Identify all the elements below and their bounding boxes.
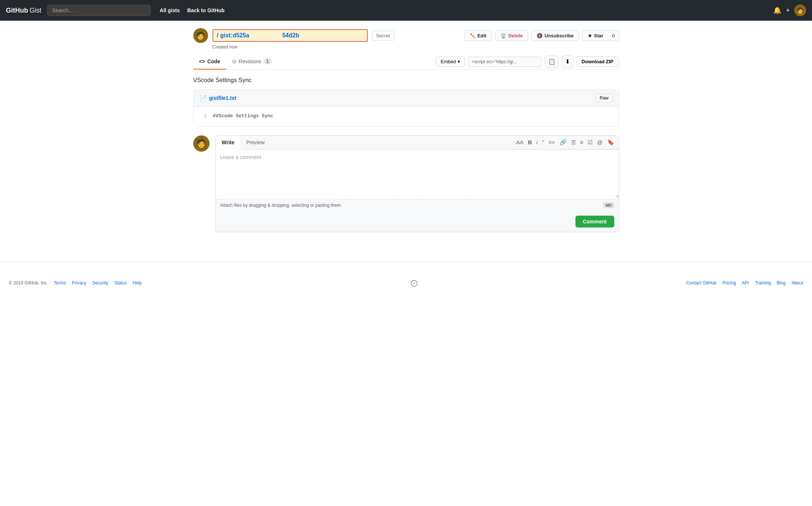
footer-about-link[interactable]: About (792, 280, 803, 286)
gist-title-input[interactable] (213, 29, 368, 42)
plus-icon: + (786, 7, 790, 14)
pencil-icon: ✏️ (470, 33, 476, 38)
comment-box: Write Preview AA B i " <> 🔗 ☰ ≡ ☑ @ 🔖 (215, 135, 619, 232)
footer-left: © 2019 GitHub, Inc. Terms Privacy Securi… (9, 280, 142, 286)
gist-text: Gist (30, 7, 41, 14)
search-input[interactable] (47, 5, 151, 16)
footer-help-link[interactable]: Help (133, 280, 142, 286)
comment-actions: Comment (216, 211, 619, 232)
quote-button[interactable]: " (542, 139, 544, 146)
code-button[interactable]: <> (548, 139, 555, 146)
octocat-icon: ⊙ (410, 277, 418, 289)
bold-button[interactable]: B (528, 139, 532, 146)
footer-contact-link[interactable]: Contact GitHub (686, 280, 717, 286)
copyright-text: © 2019 GitHub, Inc. (9, 280, 48, 286)
tab-code[interactable]: <> Code (193, 54, 226, 70)
comment-toolbar: AA B i " <> 🔗 ☰ ≡ ☑ @ 🔖 (512, 136, 618, 149)
italic-button[interactable]: i (536, 139, 537, 146)
file-header: 📄 gistfile1.txt Raw (194, 90, 619, 107)
github-text: GitHub (6, 7, 28, 14)
bookmark-button[interactable]: 🔖 (607, 139, 614, 146)
footer-blog-link[interactable]: Blog (777, 280, 786, 286)
download-zip-button[interactable]: Download ZIP (576, 56, 619, 67)
attachment-text: Attach files by dragging & dropping, sel… (220, 203, 342, 208)
footer-center: ⊙ (410, 277, 418, 289)
star-count: 0 (608, 30, 619, 41)
revisions-tab-icon: ⊙ (232, 58, 237, 64)
footer-training-link[interactable]: Training (755, 280, 771, 286)
preview-tab[interactable]: Preview (240, 136, 271, 149)
file-name: 📄 gistfile1.txt (200, 95, 237, 102)
code-tab-icon: <> (199, 58, 205, 64)
footer-api-link[interactable]: API (742, 280, 749, 286)
download-icon-button[interactable]: ⬇ (562, 55, 573, 68)
github-gist-logo[interactable]: GitHub Gist (6, 7, 41, 14)
code-content: 1 #VScode Settings Sync (194, 107, 619, 126)
embed-dropdown-icon: ▾ (458, 59, 460, 64)
revisions-badge: 1 (264, 58, 272, 64)
bell-icon: 🔔 (773, 6, 781, 14)
gist-action-buttons: ✏️ Edit 🗑️ Delete 🔇 Unsubscribe ★ Star 0 (464, 30, 619, 41)
unsubscribe-button[interactable]: 🔇 Unsubscribe (531, 30, 579, 41)
footer-security-link[interactable]: Security (92, 280, 108, 286)
markdown-badge: MD (603, 202, 614, 208)
line-code: #VScode Settings Sync (213, 112, 274, 120)
notifications-button[interactable]: 🔔 (773, 6, 781, 14)
star-button[interactable]: ★ Star (582, 30, 609, 41)
commenter-avatar: 🧑 (193, 135, 210, 152)
write-tab[interactable]: Write (216, 136, 241, 150)
gist-header-row: 🧑 Secret ✏️ Edit 🗑️ Delete 🔇 Unsubscribe… (193, 28, 619, 43)
task-list-button[interactable]: ☑ (588, 139, 592, 146)
file-icon: 📄 (200, 95, 207, 102)
gist-description: VScode Settings Sync (193, 77, 619, 84)
header-nav: All gists Back to GitHub (160, 7, 225, 13)
footer-pricing-link[interactable]: Pricing (723, 280, 736, 286)
code-line: 1 #VScode Settings Sync (200, 112, 613, 120)
comment-submit-button[interactable]: Comment (575, 216, 614, 227)
comment-tabs: Write Preview AA B i " <> 🔗 ☰ ≡ ☑ @ 🔖 (216, 136, 619, 150)
comment-footer: Attach files by dragging & dropping, sel… (216, 199, 619, 211)
footer-status-link[interactable]: Status (114, 280, 127, 286)
footer: © 2019 GitHub, Inc. Terms Privacy Securi… (0, 262, 812, 298)
mention-button[interactable]: @ (597, 139, 602, 146)
ordered-list-button[interactable]: ≡ (580, 139, 584, 146)
delete-button[interactable]: 🗑️ Delete (495, 30, 528, 41)
header-actions: 🔔 + 🧑 (773, 4, 806, 16)
all-gists-link[interactable]: All gists (160, 7, 180, 13)
footer-privacy-link[interactable]: Privacy (72, 280, 86, 286)
comment-section: 🧑 Write Preview AA B i " <> 🔗 ☰ ≡ ☑ @ (193, 135, 619, 232)
new-gist-button[interactable]: + (786, 7, 790, 14)
link-button[interactable]: 🔗 (560, 139, 567, 146)
tabs-row: <> Code ⊙ Revisions 1 Embed ▾ 📋 ⬇ Downlo… (193, 54, 619, 70)
trash-icon: 🗑️ (500, 33, 506, 38)
created-text: Created now (213, 44, 619, 50)
star-icon: ★ (588, 33, 592, 38)
header: GitHub Gist All gists Back to GitHub 🔔 +… (0, 0, 812, 21)
download-arrow-icon: ⬇ (565, 58, 570, 65)
avatar-emoji: 🧑 (796, 7, 804, 14)
copy-button[interactable]: 📋 (545, 55, 559, 68)
embed-code-input[interactable] (468, 57, 542, 67)
text-size-button[interactable]: AA (516, 139, 523, 146)
copy-icon: 📋 (548, 58, 556, 65)
file-box: 📄 gistfile1.txt Raw 1 #VScode Settings S… (193, 90, 619, 127)
embed-button[interactable]: Embed ▾ (436, 56, 465, 67)
comment-textarea[interactable] (216, 150, 619, 198)
user-avatar[interactable]: 🧑 (794, 4, 806, 16)
footer-terms-link[interactable]: Terms (54, 280, 66, 286)
edit-button[interactable]: ✏️ Edit (464, 30, 492, 41)
line-number: 1 (200, 112, 207, 120)
tab-revisions[interactable]: ⊙ Revisions 1 (226, 54, 278, 70)
raw-button[interactable]: Raw (595, 94, 612, 102)
back-to-github-link[interactable]: Back to GitHub (187, 7, 224, 13)
footer-right: Contact GitHub Pricing API Training Blog… (686, 280, 803, 286)
unordered-list-button[interactable]: ☰ (571, 139, 576, 146)
gist-owner-avatar: 🧑 (193, 28, 208, 43)
main-container: 🧑 Secret ✏️ Edit 🗑️ Delete 🔇 Unsubscribe… (184, 21, 628, 240)
unsubscribe-icon: 🔇 (537, 33, 543, 38)
tabs-right-actions: Embed ▾ 📋 ⬇ Download ZIP (436, 55, 619, 68)
visibility-badge: Secret (372, 31, 394, 41)
